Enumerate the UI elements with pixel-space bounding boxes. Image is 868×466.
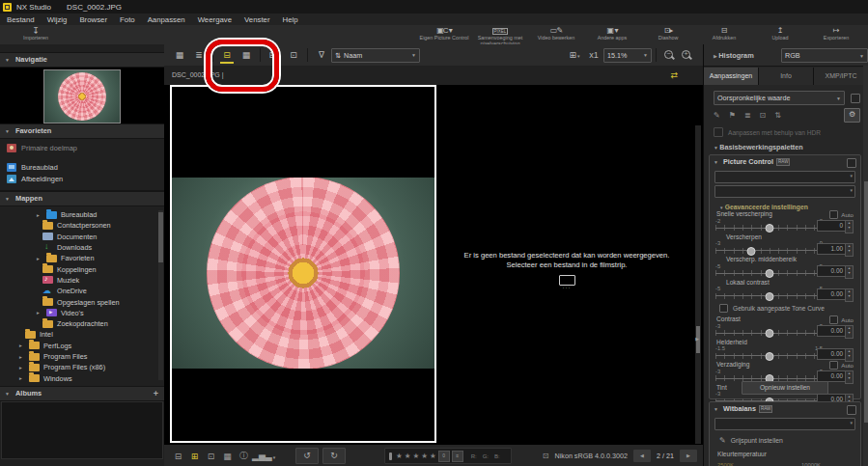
- sort-select[interactable]: ⇅ Naam ▼: [331, 48, 420, 63]
- retouch-brush-icon[interactable]: ⚑: [729, 111, 736, 120]
- toolbar-button[interactable]: Upload: [754, 26, 806, 46]
- slider-thumb[interactable]: [766, 292, 774, 301]
- auto-checkbox[interactable]: [829, 315, 838, 324]
- slider-thumb[interactable]: [766, 269, 774, 278]
- picture-control-select[interactable]: [714, 171, 855, 183]
- star-icon[interactable]: ★: [421, 452, 428, 460]
- picture-control-checkbox[interactable]: [847, 158, 856, 168]
- menu-item[interactable]: Weergave: [198, 15, 232, 24]
- slider-value[interactable]: 0: [817, 220, 846, 232]
- favorite-pictures[interactable]: Afbeeldingen: [0, 173, 164, 184]
- tree-item[interactable]: OneDrive: [0, 286, 164, 296]
- tree-item[interactable]: Zoekopdrachten: [0, 318, 164, 329]
- expand-arrow-icon[interactable]: [19, 365, 25, 370]
- spinner-control[interactable]: ▲▼: [845, 325, 854, 339]
- star-icon[interactable]: ★: [430, 452, 436, 460]
- next-image-button[interactable]: ▶: [680, 450, 697, 462]
- filter-icon[interactable]: ∇: [313, 47, 330, 63]
- auto-checkbox[interactable]: [829, 210, 838, 219]
- menu-item[interactable]: Wijzig: [47, 15, 68, 24]
- slider-value[interactable]: 1.00: [817, 243, 846, 255]
- reset-button[interactable]: Opnieuw instellen: [742, 381, 828, 395]
- toolbar-button[interactable]: Video bewerken: [530, 26, 582, 46]
- rotate-right-button[interactable]: ↻: [322, 448, 346, 464]
- section-favorieten[interactable]: Favorieten: [0, 123, 164, 139]
- full-screen-button[interactable]: ⊡: [285, 47, 302, 63]
- expand-arrow-icon[interactable]: [19, 375, 25, 381]
- zoom-out-button[interactable]: −: [663, 49, 675, 61]
- spinner-control[interactable]: ▲▼: [845, 220, 854, 233]
- tree-item[interactable]: Program Files (x86): [0, 362, 164, 372]
- favorite-desktop[interactable]: Bureaublad: [0, 161, 164, 173]
- star-icon[interactable]: ★: [412, 452, 419, 460]
- expand-arrow-icon[interactable]: [19, 343, 25, 348]
- menu-item[interactable]: Bestand: [7, 15, 35, 24]
- expand-arrow-icon[interactable]: [19, 354, 25, 360]
- add-album-button[interactable]: +: [154, 387, 158, 400]
- tab-xmp-iptc[interactable]: XMP/IPTC: [814, 68, 868, 85]
- tree-item[interactable]: Windows: [0, 372, 164, 383]
- navigation-thumbnail[interactable]: [43, 69, 121, 123]
- slider-value[interactable]: 0.00: [817, 265, 846, 277]
- collapse-panel-arrow[interactable]: ▶: [695, 336, 699, 342]
- tab-info[interactable]: Info: [759, 68, 814, 85]
- toolbar-button[interactable]: Andere apps: [586, 26, 638, 46]
- menu-item[interactable]: Aanpassen: [148, 15, 185, 24]
- tree-item[interactable]: Contactpersonen: [0, 220, 164, 231]
- slider-thumb[interactable]: [766, 329, 774, 338]
- section-mappen[interactable]: Mappen: [0, 191, 164, 206]
- crop-icon[interactable]: ⊡: [760, 111, 767, 120]
- expand-arrow-icon[interactable]: [37, 212, 42, 218]
- settings-gear-icon[interactable]: ⚙: [844, 108, 860, 123]
- favorite-primary-target[interactable]: Primaire doelmap: [0, 142, 164, 153]
- spinner-control[interactable]: ▲▼: [845, 370, 854, 384]
- spinner-control[interactable]: ▲▼: [845, 265, 854, 279]
- section-albums[interactable]: Albums +: [0, 386, 164, 401]
- image-viewer-button[interactable]: ⊟: [218, 47, 236, 63]
- panel-scrollbar[interactable]: [863, 66, 868, 466]
- protect-icon[interactable]: [389, 452, 392, 460]
- sync-icon[interactable]: ⇄: [670, 66, 678, 85]
- grid-display-icon[interactable]: ▦: [219, 452, 236, 461]
- advanced-settings-header[interactable]: Geavanceerde instellingen: [719, 204, 860, 210]
- spinner-control[interactable]: ▲▼: [845, 288, 854, 302]
- expand-arrow-icon[interactable]: [37, 256, 42, 261]
- info-display-icon[interactable]: ⓘ: [236, 450, 252, 462]
- tree-item[interactable]: Favorieten: [0, 253, 164, 263]
- tree-item[interactable]: Downloads: [0, 242, 164, 253]
- compare-view-button[interactable]: ⊟▾: [266, 47, 283, 63]
- preset-select[interactable]: Oorspronkelijke waarde ▼: [714, 91, 845, 105]
- histogram-header[interactable]: Histogram RGB ▼: [704, 44, 868, 67]
- expand-arrow-icon[interactable]: [37, 310, 42, 315]
- picture-control-header[interactable]: Picture ControlRAW: [710, 155, 860, 169]
- slider-track[interactable]: [715, 270, 824, 276]
- tree-item[interactable]: Intel: [0, 329, 164, 340]
- slider-track[interactable]: [715, 248, 824, 254]
- toolbar-button[interactable]: Diashow: [642, 26, 694, 46]
- tree-item[interactable]: Documenten: [0, 232, 164, 242]
- viewer-scrollbar[interactable]: ▶: [695, 125, 701, 466]
- label-list-button[interactable]: ≡: [452, 451, 463, 462]
- slider-value[interactable]: 0.00: [817, 288, 846, 300]
- star-icon[interactable]: ★: [405, 452, 411, 460]
- multi-photo-icon[interactable]: ⊞: [186, 452, 203, 461]
- thumbnail-grid-view-button[interactable]: ▦: [171, 47, 188, 63]
- histogram-channel-select[interactable]: RGB ▼: [781, 48, 868, 63]
- slider-value[interactable]: 0.00: [817, 325, 846, 337]
- thumbnail-list-view-button[interactable]: ≣: [190, 47, 208, 63]
- gray-point-tool[interactable]: ✎ Grijspunt instellen: [719, 436, 860, 445]
- star-icon[interactable]: ★: [396, 452, 403, 460]
- toolbar-button[interactable]: Eigen Picture Control: [418, 26, 470, 46]
- tree-scrollbar[interactable]: [158, 210, 163, 380]
- menu-item[interactable]: Venster: [244, 15, 269, 24]
- tree-item[interactable]: Video's: [0, 308, 164, 318]
- stack-icon[interactable]: ⊟: [170, 452, 186, 461]
- tree-item[interactable]: Muziek: [0, 275, 164, 286]
- tree-item[interactable]: Program Files: [0, 351, 164, 362]
- slider-thumb[interactable]: [746, 247, 755, 256]
- slider-track[interactable]: [715, 293, 824, 299]
- tree-item[interactable]: Bureaublad: [0, 209, 164, 220]
- tone-curve-checkbox[interactable]: [719, 304, 728, 313]
- menu-item[interactable]: Browser: [79, 15, 107, 24]
- zoom-in-button[interactable]: +: [681, 49, 692, 61]
